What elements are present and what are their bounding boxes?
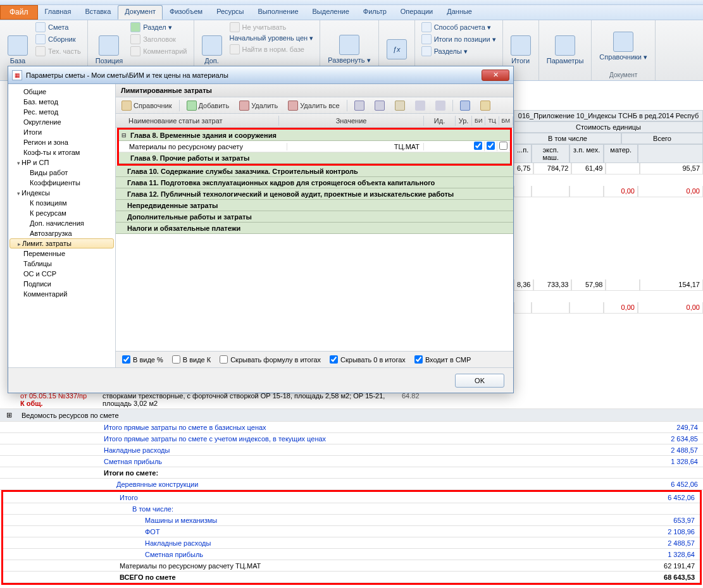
copy-icon bbox=[375, 101, 385, 111]
tree-item[interactable]: Комментарий bbox=[8, 289, 115, 299]
price-level-button[interactable]: Начальный уровень цен ▾ bbox=[227, 34, 316, 43]
delete-all-button[interactable]: Удалить все bbox=[285, 99, 342, 113]
tree-item[interactable]: К ресурсам bbox=[8, 208, 115, 218]
scissors-icon bbox=[354, 101, 364, 111]
percent-checkbox[interactable]: В виде % bbox=[122, 355, 163, 364]
file-tab[interactable]: Файл bbox=[0, 5, 38, 20]
tree-item[interactable]: Индексы bbox=[8, 188, 115, 198]
not-account-button: Не учитывать bbox=[227, 21, 316, 33]
tree-item[interactable]: Регион и зона bbox=[8, 137, 115, 147]
close-button[interactable]: ✕ bbox=[482, 70, 509, 81]
base-label: База bbox=[10, 57, 25, 64]
tab-main[interactable]: Главная bbox=[38, 5, 78, 20]
col-level: Ур. bbox=[456, 116, 472, 126]
paste-button[interactable] bbox=[392, 99, 408, 113]
tc-checkbox[interactable] bbox=[487, 142, 495, 150]
tree-item[interactable]: Доп. начисления bbox=[8, 218, 115, 228]
sbornik-button[interactable]: Сборник bbox=[33, 34, 84, 45]
zagolovok-button: Заголовок bbox=[128, 34, 189, 45]
chapter-row[interactable]: Глава 10. Содержание службы заказчика. С… bbox=[116, 166, 513, 177]
tree-item[interactable]: Баз. метод bbox=[8, 97, 115, 107]
tech-part-button: Тех. часть bbox=[33, 46, 84, 57]
tree-item[interactable]: Коэф-ты к итогам bbox=[8, 147, 115, 157]
sprav-button[interactable]: Справочники ▾ bbox=[595, 21, 651, 71]
delete-button[interactable]: Удалить bbox=[236, 99, 281, 113]
chapter-8-row[interactable]: ⊟Глава 8. Временные здания и сооружения bbox=[119, 130, 510, 141]
tab-insert[interactable]: Вставка bbox=[78, 5, 118, 20]
chapter-row[interactable]: Глава 12. Публичный технологический и це… bbox=[116, 188, 513, 200]
total-row: Накладные расходы2 488,57 bbox=[3, 537, 700, 549]
material-row[interactable]: Материалы по ресурсному расчету ТЦ.МАТ bbox=[119, 141, 510, 152]
smeta-params-dialog: ▦ Параметры сметы - Мои сметы\БИМ и тек … bbox=[8, 66, 514, 393]
smr-checkbox[interactable]: Входит в СМР bbox=[414, 355, 471, 364]
add-button[interactable]: Добавить bbox=[184, 99, 233, 113]
total-row: ВСЕГО по смете68 643,53 bbox=[3, 572, 700, 583]
tree-item[interactable]: Общие bbox=[8, 87, 115, 97]
expand-icon[interactable]: ⊞ bbox=[0, 411, 18, 419]
move-down-button[interactable] bbox=[432, 99, 449, 113]
tree-item[interactable]: Виды работ bbox=[8, 168, 115, 178]
category-tree: ОбщиеБаз. методРес. методОкруглениеИтоги… bbox=[8, 84, 116, 367]
total-row: Машины и механизмы653,97 bbox=[3, 515, 700, 526]
tab-operations[interactable]: Операции bbox=[394, 5, 440, 20]
find-norm-button: Найти в норм. базе bbox=[227, 44, 316, 55]
save-icon bbox=[460, 101, 470, 111]
open-button[interactable] bbox=[477, 99, 494, 113]
tree-item[interactable]: Автозагрузка bbox=[8, 228, 115, 238]
hide-zero-checkbox[interactable]: Скрывать 0 в итогах bbox=[330, 355, 406, 364]
folder-icon bbox=[480, 101, 490, 111]
chapter-row[interactable]: Непредвиденные затраты bbox=[116, 200, 513, 211]
col-header: Стоимость единицы bbox=[514, 121, 703, 133]
tab-fizobyem[interactable]: Физобъем bbox=[163, 5, 209, 20]
params-button[interactable]: Параметры bbox=[543, 21, 588, 78]
total-row: ФОТ2 108,96 bbox=[3, 526, 700, 537]
razdel-button[interactable]: Раздел ▾ bbox=[128, 21, 189, 33]
total-row: Материалы по ресурсному расчету ТЦ.МАТ62… bbox=[3, 560, 700, 572]
tab-selection[interactable]: Выделение bbox=[306, 5, 356, 20]
chapter-row[interactable]: Налоги и обязательные платежи bbox=[116, 223, 513, 234]
smeta-button[interactable]: Смета bbox=[33, 21, 84, 33]
tree-item[interactable]: К позициям bbox=[8, 198, 115, 208]
total-row: Итого прямые затраты по смете в базисных… bbox=[0, 422, 703, 433]
tree-item[interactable]: Таблицы bbox=[8, 259, 115, 269]
copy-button[interactable] bbox=[371, 99, 388, 113]
directory-button[interactable]: Справочник bbox=[118, 99, 175, 113]
total-row: В том числе: bbox=[3, 503, 700, 515]
save-button[interactable] bbox=[457, 99, 473, 113]
move-up-button[interactable] bbox=[412, 99, 428, 113]
tab-filter[interactable]: Фильтр bbox=[356, 5, 394, 20]
tree-item[interactable]: Коэффициенты bbox=[8, 178, 115, 188]
col-header: Всего bbox=[621, 133, 703, 144]
ok-button[interactable]: OK bbox=[455, 374, 504, 388]
tab-document[interactable]: Документ bbox=[118, 5, 163, 20]
cut-button[interactable] bbox=[351, 99, 368, 113]
doc-group-label: Документ bbox=[595, 71, 651, 79]
chapter-row[interactable]: Дополнительные работы и затраты bbox=[116, 211, 513, 223]
tree-item[interactable]: НР и СП bbox=[8, 157, 115, 168]
tree-item[interactable]: Округление bbox=[8, 117, 115, 127]
up-arrow-icon bbox=[415, 101, 425, 111]
itogi-pos-button[interactable]: Итоги по позиции ▾ bbox=[419, 34, 499, 45]
comment-button: Комментарий bbox=[128, 46, 189, 57]
tree-item[interactable]: ОС и ССР bbox=[8, 269, 115, 279]
bm-checkbox[interactable] bbox=[499, 142, 507, 150]
calc-method-button[interactable]: Способ расчета ▾ bbox=[419, 21, 499, 33]
hide-formula-checkbox[interactable]: Скрывать формулу в итогах bbox=[220, 355, 321, 364]
chapter-9-row[interactable]: Глава 9. Прочие работы и затраты bbox=[119, 152, 510, 164]
coef-checkbox[interactable]: В виде К bbox=[172, 355, 211, 364]
tab-data[interactable]: Данные bbox=[440, 5, 479, 20]
razdely-button[interactable]: Разделы ▾ bbox=[419, 46, 499, 57]
tab-resources[interactable]: Ресурсы bbox=[209, 5, 251, 20]
col-header: В том числе bbox=[514, 133, 621, 144]
tree-item[interactable]: Рес. метод bbox=[8, 107, 115, 117]
chapter-row[interactable]: Глава 11. Подготовка эксплуатационных ка… bbox=[116, 177, 513, 188]
total-row: Накладные расходы2 488,57 bbox=[0, 444, 703, 456]
tree-item[interactable]: Лимит. затраты bbox=[9, 238, 114, 248]
tree-item[interactable]: Переменные bbox=[8, 248, 115, 259]
bi-checkbox[interactable] bbox=[474, 142, 482, 150]
tree-item[interactable]: Итоги bbox=[8, 127, 115, 137]
tree-item[interactable]: Подписи bbox=[8, 279, 115, 289]
tab-execution[interactable]: Выполнение bbox=[251, 5, 306, 20]
vedomost-header: Ведомость ресурсов по смете bbox=[18, 412, 703, 419]
down-arrow-icon bbox=[435, 101, 445, 111]
